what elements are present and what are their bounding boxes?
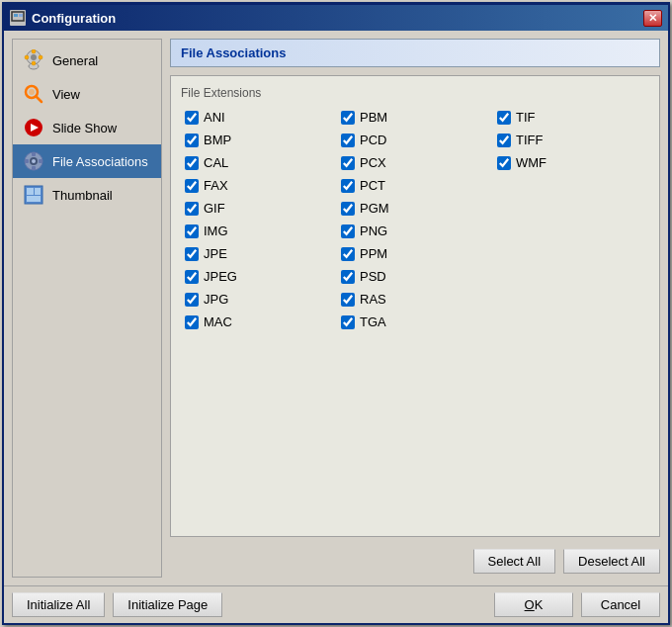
svg-rect-18 bbox=[32, 152, 36, 156]
file-ext-checkbox[interactable] bbox=[185, 156, 199, 170]
checkbox-item: PNG bbox=[337, 222, 493, 240]
checkbox-placeholder bbox=[493, 290, 649, 309]
file-ext-checkbox[interactable] bbox=[185, 179, 199, 193]
svg-point-7 bbox=[39, 55, 42, 59]
file-ext-label: File Extensions bbox=[181, 86, 649, 100]
svg-point-17 bbox=[32, 159, 36, 163]
checkbox-item: FAX bbox=[181, 176, 337, 195]
checkbox-placeholder bbox=[493, 199, 649, 218]
checkbox-item: JPE bbox=[181, 244, 337, 263]
file-ext-checkbox[interactable] bbox=[185, 111, 199, 125]
file-ext-label-text: JPEG bbox=[204, 269, 237, 284]
sidebar-label-thumbnail: Thumbnail bbox=[52, 188, 113, 203]
svg-rect-1 bbox=[14, 14, 18, 17]
file-ext-checkbox[interactable] bbox=[341, 111, 355, 125]
checkbox-item: GIF bbox=[181, 199, 337, 218]
view-icon bbox=[23, 83, 44, 105]
file-ext-checkbox[interactable] bbox=[185, 270, 199, 284]
ok-label-underline: O bbox=[525, 597, 535, 612]
file-ext-checkbox[interactable] bbox=[341, 315, 355, 329]
checkbox-item: WMF bbox=[493, 153, 649, 172]
file-ext-label-text: BMP bbox=[204, 133, 231, 147]
window-title: Configuration bbox=[32, 11, 116, 26]
file-ext-checkbox[interactable] bbox=[185, 293, 199, 307]
file-ext-label-text: RAS bbox=[360, 292, 386, 307]
file-ext-checkbox[interactable] bbox=[341, 293, 355, 307]
window-content: General View bbox=[4, 31, 668, 585]
checkbox-item: BMP bbox=[181, 131, 337, 149]
checkbox-item: MAC bbox=[181, 313, 337, 331]
file-ext-checkbox[interactable] bbox=[341, 270, 355, 284]
checkbox-item: JPEG bbox=[181, 267, 337, 286]
file-ext-checkbox[interactable] bbox=[185, 202, 199, 216]
sidebar-item-general[interactable]: General bbox=[13, 44, 161, 77]
svg-point-4 bbox=[31, 54, 37, 60]
file-ext-label-text: PCD bbox=[360, 133, 386, 147]
sidebar-item-view[interactable]: View bbox=[13, 77, 161, 111]
file-ext-checkbox[interactable] bbox=[341, 202, 355, 216]
checkbox-item: JPG bbox=[181, 290, 337, 309]
checkbox-item: TGA bbox=[337, 313, 493, 331]
footer: Initialize All Initialize Page OK Cancel bbox=[4, 585, 668, 623]
svg-point-9 bbox=[32, 61, 36, 65]
title-bar: Configuration ✕ bbox=[4, 5, 668, 31]
file-ext-checkbox[interactable] bbox=[341, 156, 355, 170]
sidebar-item-thumbnail[interactable]: Thumbnail bbox=[13, 178, 161, 212]
cancel-button[interactable]: Cancel bbox=[581, 592, 660, 617]
checkbox-item: PCT bbox=[337, 176, 493, 195]
checkbox-item: PPM bbox=[337, 244, 493, 263]
file-ext-checkbox[interactable] bbox=[185, 247, 199, 261]
ok-button[interactable]: OK bbox=[494, 592, 573, 617]
file-ext-checkbox[interactable] bbox=[185, 224, 199, 238]
select-all-button[interactable]: Select All bbox=[473, 549, 555, 574]
file-ext-checkbox[interactable] bbox=[341, 247, 355, 261]
sidebar-label-general: General bbox=[52, 53, 98, 68]
svg-point-8 bbox=[32, 49, 36, 53]
general-icon bbox=[23, 49, 44, 71]
file-ext-label-text: JPE bbox=[204, 246, 227, 261]
file-ext-label-text: PCX bbox=[360, 155, 386, 170]
svg-rect-24 bbox=[35, 188, 41, 195]
initialize-all-button[interactable]: Initialize All bbox=[12, 592, 105, 617]
checkbox-placeholder bbox=[493, 176, 649, 195]
file-ext-checkbox[interactable] bbox=[497, 156, 511, 170]
file-ext-label-text: MAC bbox=[204, 314, 232, 329]
file-ext-checkbox[interactable] bbox=[341, 179, 355, 193]
sidebar-label-slideshow: Slide Show bbox=[52, 121, 117, 135]
file-ext-checkbox[interactable] bbox=[185, 134, 199, 147]
sidebar-label-view: View bbox=[52, 87, 80, 102]
svg-point-6 bbox=[25, 55, 29, 59]
file-ext-label-text: GIF bbox=[204, 201, 225, 216]
footer-left: Initialize All Initialize Page bbox=[12, 592, 222, 617]
file-ext-checkbox[interactable] bbox=[497, 134, 511, 147]
main-area: File Associations File Extensions ANIPBM… bbox=[170, 39, 660, 578]
thumbnail-icon bbox=[23, 184, 44, 206]
checkboxes-grid: ANIPBMTIFBMPPCDTIFFCALPCXWMFFAXPCTGIFPGM… bbox=[181, 108, 649, 331]
sidebar-label-fileassoc: File Associations bbox=[52, 154, 148, 169]
checkbox-placeholder bbox=[493, 267, 649, 286]
file-ext-checkbox[interactable] bbox=[185, 315, 199, 329]
deselect-all-button[interactable]: Deselect All bbox=[563, 549, 660, 574]
file-ext-label-text: PNG bbox=[360, 224, 387, 238]
checkbox-item: IMG bbox=[181, 222, 337, 240]
checkbox-item: PSD bbox=[337, 267, 493, 286]
file-ext-label-text: PBM bbox=[360, 110, 387, 125]
close-button[interactable]: ✕ bbox=[643, 10, 662, 27]
checkbox-item: PGM bbox=[337, 199, 493, 218]
file-ext-label-text: TIFF bbox=[516, 133, 543, 147]
window-icon bbox=[10, 10, 26, 26]
svg-rect-20 bbox=[25, 159, 29, 163]
checkbox-item: ANI bbox=[181, 108, 337, 127]
initialize-page-button[interactable]: Initialize Page bbox=[113, 592, 222, 617]
svg-rect-2 bbox=[19, 14, 23, 17]
file-ext-checkbox[interactable] bbox=[341, 134, 355, 147]
file-ext-checkbox[interactable] bbox=[341, 224, 355, 238]
file-ext-checkbox[interactable] bbox=[497, 111, 511, 125]
file-ext-label-text: PGM bbox=[360, 201, 389, 216]
checkbox-item: PBM bbox=[337, 108, 493, 127]
checkbox-item: TIFF bbox=[493, 131, 649, 149]
file-ext-label-text: JPG bbox=[204, 292, 228, 307]
file-ext-label-text: PPM bbox=[360, 246, 387, 261]
sidebar-item-slideshow[interactable]: Slide Show bbox=[13, 111, 161, 144]
sidebar-item-fileassoc[interactable]: File Associations bbox=[13, 144, 161, 178]
